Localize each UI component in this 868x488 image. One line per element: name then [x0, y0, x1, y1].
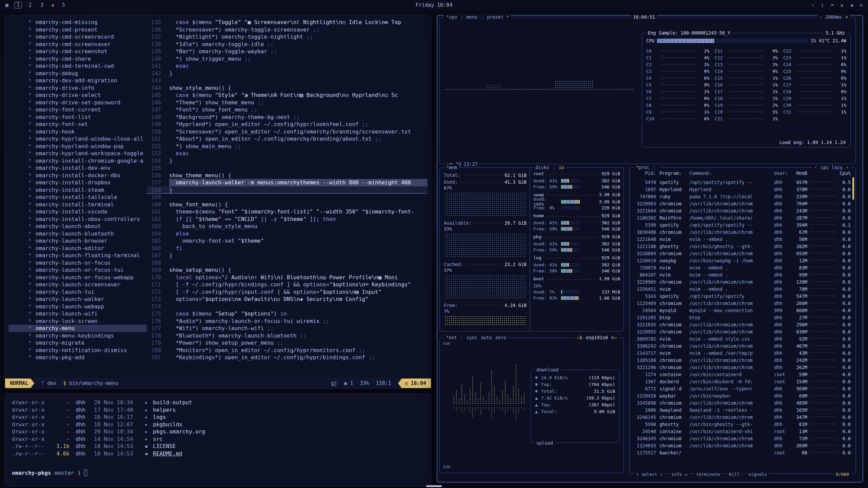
interval-plus-button[interactable]: + [845, 14, 848, 20]
process-row[interactable]: 1221188ghostty/usr/bin/ghostty --gtk-dhh… [633, 243, 851, 250]
process-row[interactable]: 1124693chromium/usr/lib/chromium/chromdh… [633, 442, 851, 449]
sidebar-item[interactable]: *omarchy-lock-screen [28, 318, 147, 325]
process-row[interactable]: 1220419swaybg/usr/bin/swaybg -i /homdhh1… [633, 257, 851, 264]
code-area[interactable]: 135 case $(menu "Toggle" "▣ Screensaver\… [147, 19, 428, 377]
process-row[interactable]: 728079nvimnvim --embed .dhh83M0.0 [633, 264, 851, 271]
file-name[interactable]: helpers [153, 406, 176, 414]
process-row[interactable]: 1897HyprlandHyprlanddhh370M0.0 [633, 186, 851, 193]
sidebar-item[interactable]: *omarchy-install-chromium-google-a [28, 157, 147, 165]
process-row[interactable]: 3221044chromium/usr/lib/chromium/chromdh… [633, 207, 851, 214]
workspace-5[interactable]: 5 [60, 2, 67, 8]
sidebar-item[interactable]: *omarchy-hyprland-window-close-all [28, 135, 147, 143]
net-control-zero[interactable]: zero [495, 334, 507, 341]
process-row[interactable]: 1291265btopbtopdhh27M0.0 [633, 314, 851, 321]
sidebar-item[interactable]: *omarchy-drive-select [28, 92, 147, 99]
sidebar-item[interactable]: *omarchy-font-list [28, 114, 147, 121]
sidebar-item[interactable]: *omarchy-hook [28, 128, 147, 136]
sidebar-item[interactable]: *omarchy-install-steam [28, 186, 147, 194]
process-row[interactable]: 747804rubypuma 7.1.0 (tcp://localdhh239M… [633, 193, 851, 200]
workspace-2[interactable]: 2 [26, 2, 34, 8]
process-row[interactable]: 24540containe/usr/bin/containerd-shiroot… [633, 428, 851, 435]
preset-button[interactable]: preset * [487, 14, 509, 20]
sidebar-item[interactable]: *omarchy-menu [8, 325, 147, 332]
process-row[interactable]: 3220963chromium/usr/lib/chromium/chromdh… [633, 200, 851, 207]
footer-action[interactable]: terminate [694, 472, 722, 477]
process-row[interactable]: 3246345chromium/usr/lib/chromium/chromdh… [633, 435, 851, 442]
disks-tab[interactable]: disks [535, 164, 549, 170]
sidebar-item[interactable]: *omarchy-drive-set-password [28, 99, 147, 106]
sidebar-item[interactable]: *omarchy-launch-screensaver [28, 281, 147, 288]
cpu-box-title[interactable]: ¹cpu [446, 14, 457, 20]
bluetooth-icon[interactable]: ᛒ [821, 2, 824, 8]
sort-left-arrow[interactable]: ‹ [814, 164, 817, 170]
net-control-auto[interactable]: auto [481, 334, 492, 341]
sidebar-item[interactable]: *omarchy-launch-browser [28, 237, 147, 245]
sidebar-item[interactable]: *omarchy-launch-or-focus-tui [28, 266, 147, 274]
sidebar-item[interactable]: *omarchy-cmd-missing [28, 19, 147, 26]
process-row[interactable]: 3220869chromium/usr/lib/chromium/chromdh… [633, 250, 851, 257]
sidebar-item[interactable]: *omarchy-cmd-screensaver [28, 41, 147, 48]
sidebar-item[interactable]: *omarchy-install-xbox-controllers [28, 216, 147, 223]
sidebar-item[interactable]: *omarchy-menu-keybindings [28, 332, 147, 340]
process-row[interactable]: 5998ghostty/usr/bin/ghostty --gtk-dhh81M… [633, 421, 851, 428]
sidebar-item[interactable]: *omarchy-dev-add-migration [28, 77, 147, 84]
sidebar-item[interactable]: *omarchy-pkg-add [28, 354, 147, 361]
file-name[interactable]: LICENSE [153, 443, 176, 450]
sidebar-item[interactable]: *omarchy-install-dropbox [28, 179, 147, 186]
col-user[interactable]: User: [774, 170, 791, 176]
workspace-3[interactable]: 3 [38, 2, 45, 8]
sidebar-item[interactable]: *omarchy-install-vscode [28, 208, 147, 216]
sidebar-item[interactable]: *omarchy-cmd-terminal-cwd [28, 62, 147, 70]
sidebar-item[interactable]: *omarchy-launch-bluetooth [28, 230, 147, 238]
process-row[interactable]: 1143717nvimnvim --embed /var/tmp/pdhh43M… [633, 349, 851, 357]
file-name[interactable]: build-output [153, 399, 192, 406]
process-row[interactable]: 1220428waybar/usr/bin/waybardhh69M0.0 [633, 392, 851, 399]
launcher-icon[interactable]: ▣ [5, 2, 8, 8]
process-row[interactable]: 1221848nvimnvim --embed .dhh56M0.0 [633, 236, 851, 243]
process-scrollbar[interactable] [852, 177, 854, 200]
process-row[interactable]: 3221035chromium/usr/lib/chromium/chromdh… [633, 321, 851, 328]
process-row[interactable]: 5470spotify/opt/spotify/spotify --dhh657… [633, 179, 851, 186]
network-box-title[interactable]: ³net [446, 334, 457, 341]
process-row[interactable]: 1186302MainThre/home/dhh/.local/share/dh… [633, 214, 851, 221]
sidebar-item[interactable]: *omarchy-font-current [28, 106, 147, 114]
sidebar-item[interactable]: *omarchy-launch-tui [28, 288, 147, 296]
process-box-title[interactable]: ⁴proc [636, 164, 650, 170]
volume-icon[interactable]: ◀ [850, 2, 853, 8]
process-row[interactable]: 1125409chromium/usr/lib/chromium/chromdh… [633, 300, 851, 307]
sort-right-arrow[interactable]: › [846, 164, 849, 170]
footer-action[interactable]: info ↵ [670, 472, 689, 477]
file-name[interactable]: logs [153, 413, 166, 421]
sidebar-item[interactable]: *omarchy-cmd-screenshot [28, 48, 147, 55]
process-row[interactable]: 3220965chromium/usr/lib/chromium/chromdh… [633, 278, 851, 285]
process-row[interactable]: 1307dockerd/usr/bin/dockerd -H fd:root15… [633, 378, 851, 385]
process-list[interactable]: 5470spotify/opt/spotify/spotify --dhh657… [633, 179, 851, 469]
sidebar-item[interactable]: *omarchy-launch-or-focus-webapp [28, 274, 147, 281]
col-cpu[interactable]: Cpu% [839, 170, 851, 176]
clock[interactable]: Friday 16:04 [416, 2, 452, 8]
sidebar-item[interactable]: *omarchy-debug [28, 70, 147, 77]
sidebar-item[interactable]: *omarchy-launch-webapp [28, 303, 147, 310]
process-row[interactable]: 2006XwaylandXwayland :1 -rootless -dhh16… [633, 406, 851, 413]
workspace-1[interactable]: 1 [15, 2, 22, 8]
col-memb[interactable]: MemB [791, 170, 807, 176]
process-row[interactable]: 3245898chromium/usr/lib/chromium/chromdh… [633, 399, 851, 406]
sidebar-item[interactable]: *omarchy-cmd-present [28, 26, 147, 34]
sidebar-item[interactable]: *omarchy-cmd-share [28, 55, 147, 63]
memory-box-title[interactable]: ²mem [446, 164, 457, 170]
interval-minus-button[interactable]: - [819, 14, 822, 20]
process-row[interactable]: 3830408chromium/usr/lib/chromium/chromdh… [633, 228, 851, 236]
process-row[interactable]: 3220992chromium/usr/lib/chromium/chromdh… [633, 328, 851, 335]
process-row[interactable]: 3221296chromium/usr/lib/chromium/chromdh… [633, 364, 851, 371]
col-program[interactable]: Program: [656, 170, 687, 176]
sidebar-item[interactable]: *omarchy-install-dev-env [28, 164, 147, 172]
sidebar-item[interactable]: *omarchy-cmd-screenrecord [28, 33, 147, 41]
sidebar-item[interactable]: *omarchy-launch-floating-terminal [28, 252, 147, 259]
sidebar-item[interactable]: *omarchy-hyprland-workspace-toggle [28, 150, 147, 157]
sidebar-item[interactable]: *omarchy-launch-about [28, 223, 147, 230]
sidebar-item[interactable]: *omarchy-install-docker-dbs [28, 172, 147, 179]
sidebar-item[interactable]: *omarchy-launch-editor [28, 245, 147, 252]
prev-interface-button[interactable]: ←b [577, 334, 582, 341]
sidebar-item[interactable]: *omarchy-install-tailscale [28, 194, 147, 201]
sidebar-item[interactable]: *omarchy-drive-info [28, 84, 147, 92]
